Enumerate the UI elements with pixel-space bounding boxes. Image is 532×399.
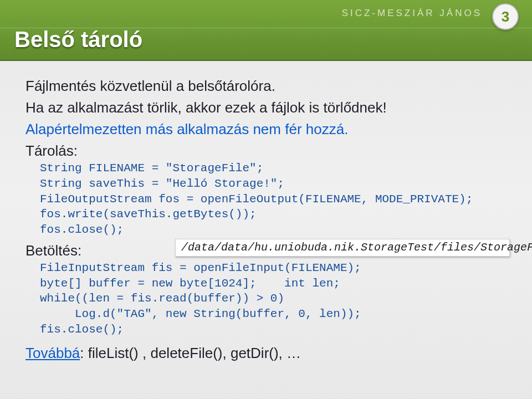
slide-title: Belső tároló [14,27,142,52]
storage-heading: Tárolás: [25,142,507,160]
file-path-hint: /data/data/hu.uniobuda.nik.StorageTest/f… [175,239,510,257]
footer-rest: : fileList() , deleteFile(), getDir(), … [80,345,301,361]
slide-header: SICZ-MESZIÁR JÁNOS 3 Belső tároló [0,0,532,61]
load-section: /data/data/hu.uniobuda.nik.StorageTest/f… [25,239,507,259]
storage-code-block: String FILENAME = "StorageFile"; String … [40,161,507,238]
author-name: SICZ-MESZIÁR JÁNOS [342,8,482,19]
body-line-2: Ha az alkalmazást törlik, akkor ezek a f… [25,98,507,117]
body-line-3: Alapértelmezetten más alkalmazás nem fér… [25,120,507,139]
footer-line: Továbbá: fileList() , deleteFile(), getD… [25,345,507,362]
load-code-block: FileInputStream fis = openFileInput(FILE… [40,260,507,337]
body-line-1: Fájlmentés közvetlenül a belsőtárolóra. [25,76,507,96]
page-number-badge: 3 [492,3,519,30]
more-link[interactable]: Továbbá [25,345,80,361]
slide-body: Fájlmentés közvetlenül a belsőtárolóra. … [0,61,532,373]
